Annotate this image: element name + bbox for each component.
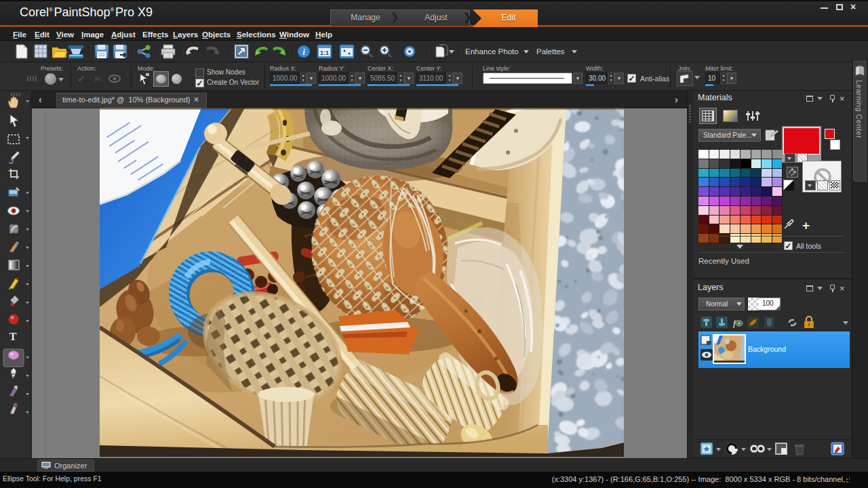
svg-text:T: T: [9, 331, 17, 342]
svg-text:i: i: [302, 47, 305, 57]
svg-text:1:1: 1:1: [320, 49, 329, 56]
